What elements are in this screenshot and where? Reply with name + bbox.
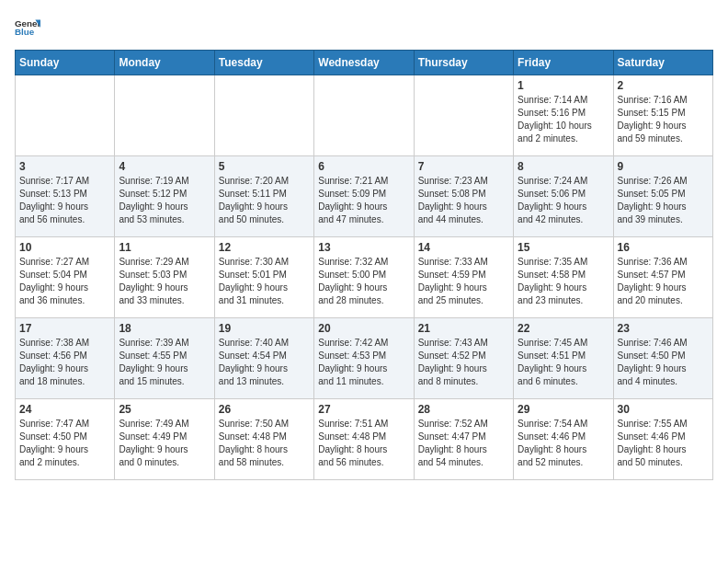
- calendar-cell-3-6: 23Sunrise: 7:46 AM Sunset: 4:50 PM Dayli…: [613, 318, 712, 399]
- day-number: 9: [618, 160, 709, 173]
- day-info: Sunrise: 7:50 AM Sunset: 4:48 PM Dayligh…: [219, 418, 310, 469]
- header-sunday: Sunday: [16, 51, 115, 75]
- day-number: 13: [318, 241, 409, 254]
- day-info: Sunrise: 7:30 AM Sunset: 5:01 PM Dayligh…: [219, 256, 310, 307]
- calendar-cell-2-0: 10Sunrise: 7:27 AM Sunset: 5:04 PM Dayli…: [16, 237, 115, 318]
- header-friday: Friday: [514, 51, 613, 75]
- day-info: Sunrise: 7:42 AM Sunset: 4:53 PM Dayligh…: [318, 337, 409, 388]
- calendar-cell-4-4: 28Sunrise: 7:52 AM Sunset: 4:47 PM Dayli…: [414, 399, 513, 480]
- calendar-cell-1-1: 4Sunrise: 7:19 AM Sunset: 5:12 PM Daylig…: [115, 156, 214, 237]
- calendar-cell-3-3: 20Sunrise: 7:42 AM Sunset: 4:53 PM Dayli…: [314, 318, 414, 399]
- calendar-cell-1-3: 6Sunrise: 7:21 AM Sunset: 5:09 PM Daylig…: [314, 156, 414, 237]
- day-number: 14: [418, 241, 509, 254]
- day-number: 24: [19, 403, 110, 416]
- day-info: Sunrise: 7:29 AM Sunset: 5:03 PM Dayligh…: [119, 256, 210, 307]
- day-info: Sunrise: 7:33 AM Sunset: 4:59 PM Dayligh…: [418, 256, 509, 307]
- day-info: Sunrise: 7:52 AM Sunset: 4:47 PM Dayligh…: [418, 418, 509, 469]
- day-number: 8: [518, 160, 609, 173]
- day-info: Sunrise: 7:51 AM Sunset: 4:48 PM Dayligh…: [318, 418, 409, 469]
- calendar-cell-3-0: 17Sunrise: 7:38 AM Sunset: 4:56 PM Dayli…: [16, 318, 115, 399]
- calendar-header-row: SundayMondayTuesdayWednesdayThursdayFrid…: [16, 51, 713, 75]
- calendar-cell-0-3: [314, 75, 414, 156]
- header-tuesday: Tuesday: [214, 51, 313, 75]
- calendar-cell-2-6: 16Sunrise: 7:36 AM Sunset: 4:57 PM Dayli…: [613, 237, 712, 318]
- header-saturday: Saturday: [613, 51, 712, 75]
- calendar-cell-4-2: 26Sunrise: 7:50 AM Sunset: 4:48 PM Dayli…: [214, 399, 313, 480]
- day-number: 29: [518, 403, 609, 416]
- header-monday: Monday: [115, 51, 214, 75]
- day-info: Sunrise: 7:32 AM Sunset: 5:00 PM Dayligh…: [318, 256, 409, 307]
- day-number: 21: [418, 322, 509, 335]
- calendar-cell-1-2: 5Sunrise: 7:20 AM Sunset: 5:11 PM Daylig…: [214, 156, 313, 237]
- week-row-5: 24Sunrise: 7:47 AM Sunset: 4:50 PM Dayli…: [16, 399, 713, 480]
- day-number: 26: [219, 403, 310, 416]
- day-info: Sunrise: 7:55 AM Sunset: 4:46 PM Dayligh…: [618, 418, 709, 469]
- week-row-3: 10Sunrise: 7:27 AM Sunset: 5:04 PM Dayli…: [16, 237, 713, 318]
- day-info: Sunrise: 7:20 AM Sunset: 5:11 PM Dayligh…: [219, 175, 310, 226]
- calendar-cell-4-5: 29Sunrise: 7:54 AM Sunset: 4:46 PM Dayli…: [514, 399, 613, 480]
- calendar-cell-1-0: 3Sunrise: 7:17 AM Sunset: 5:13 PM Daylig…: [16, 156, 115, 237]
- page-header: General Blue: [15, 15, 713, 40]
- day-info: Sunrise: 7:23 AM Sunset: 5:08 PM Dayligh…: [418, 175, 509, 226]
- calendar-cell-0-4: [414, 75, 513, 156]
- header-thursday: Thursday: [414, 51, 513, 75]
- day-number: 7: [418, 160, 509, 173]
- day-info: Sunrise: 7:54 AM Sunset: 4:46 PM Dayligh…: [518, 418, 609, 469]
- day-info: Sunrise: 7:47 AM Sunset: 4:50 PM Dayligh…: [19, 418, 110, 469]
- day-info: Sunrise: 7:24 AM Sunset: 5:06 PM Dayligh…: [518, 175, 609, 226]
- day-number: 16: [618, 241, 709, 254]
- day-info: Sunrise: 7:26 AM Sunset: 5:05 PM Dayligh…: [618, 175, 709, 226]
- calendar-cell-3-5: 22Sunrise: 7:45 AM Sunset: 4:51 PM Dayli…: [514, 318, 613, 399]
- svg-text:Blue: Blue: [15, 27, 35, 37]
- day-number: 5: [219, 160, 310, 173]
- calendar-table: SundayMondayTuesdayWednesdayThursdayFrid…: [15, 50, 713, 480]
- day-info: Sunrise: 7:21 AM Sunset: 5:09 PM Dayligh…: [318, 175, 409, 226]
- day-info: Sunrise: 7:16 AM Sunset: 5:15 PM Dayligh…: [618, 94, 709, 145]
- calendar-cell-2-5: 15Sunrise: 7:35 AM Sunset: 4:58 PM Dayli…: [514, 237, 613, 318]
- week-row-4: 17Sunrise: 7:38 AM Sunset: 4:56 PM Dayli…: [16, 318, 713, 399]
- day-number: 11: [119, 241, 210, 254]
- day-number: 28: [418, 403, 509, 416]
- day-number: 6: [318, 160, 409, 173]
- day-info: Sunrise: 7:14 AM Sunset: 5:16 PM Dayligh…: [518, 94, 609, 145]
- week-row-1: 1Sunrise: 7:14 AM Sunset: 5:16 PM Daylig…: [16, 75, 713, 156]
- calendar-cell-0-0: [16, 75, 115, 156]
- day-info: Sunrise: 7:35 AM Sunset: 4:58 PM Dayligh…: [518, 256, 609, 307]
- day-info: Sunrise: 7:40 AM Sunset: 4:54 PM Dayligh…: [219, 337, 310, 388]
- day-info: Sunrise: 7:49 AM Sunset: 4:49 PM Dayligh…: [119, 418, 210, 469]
- header-wednesday: Wednesday: [314, 51, 414, 75]
- calendar-cell-1-6: 9Sunrise: 7:26 AM Sunset: 5:05 PM Daylig…: [613, 156, 712, 237]
- calendar-cell-3-2: 19Sunrise: 7:40 AM Sunset: 4:54 PM Dayli…: [214, 318, 313, 399]
- day-number: 20: [318, 322, 409, 335]
- calendar-cell-0-6: 2Sunrise: 7:16 AM Sunset: 5:15 PM Daylig…: [613, 75, 712, 156]
- day-number: 17: [19, 322, 110, 335]
- day-number: 15: [518, 241, 609, 254]
- day-info: Sunrise: 7:17 AM Sunset: 5:13 PM Dayligh…: [19, 175, 110, 226]
- day-number: 4: [119, 160, 210, 173]
- day-info: Sunrise: 7:46 AM Sunset: 4:50 PM Dayligh…: [618, 337, 709, 388]
- day-number: 25: [119, 403, 210, 416]
- day-number: 3: [19, 160, 110, 173]
- day-number: 23: [618, 322, 709, 335]
- calendar-cell-2-2: 12Sunrise: 7:30 AM Sunset: 5:01 PM Dayli…: [214, 237, 313, 318]
- day-info: Sunrise: 7:36 AM Sunset: 4:57 PM Dayligh…: [618, 256, 709, 307]
- logo-icon: General Blue: [15, 15, 40, 40]
- calendar-cell-0-5: 1Sunrise: 7:14 AM Sunset: 5:16 PM Daylig…: [514, 75, 613, 156]
- day-info: Sunrise: 7:19 AM Sunset: 5:12 PM Dayligh…: [119, 175, 210, 226]
- calendar-cell-2-4: 14Sunrise: 7:33 AM Sunset: 4:59 PM Dayli…: [414, 237, 513, 318]
- day-number: 19: [219, 322, 310, 335]
- day-number: 12: [219, 241, 310, 254]
- day-info: Sunrise: 7:38 AM Sunset: 4:56 PM Dayligh…: [19, 337, 110, 388]
- day-number: 10: [19, 241, 110, 254]
- week-row-2: 3Sunrise: 7:17 AM Sunset: 5:13 PM Daylig…: [16, 156, 713, 237]
- day-info: Sunrise: 7:43 AM Sunset: 4:52 PM Dayligh…: [418, 337, 509, 388]
- calendar-cell-4-1: 25Sunrise: 7:49 AM Sunset: 4:49 PM Dayli…: [115, 399, 214, 480]
- day-info: Sunrise: 7:45 AM Sunset: 4:51 PM Dayligh…: [518, 337, 609, 388]
- day-number: 27: [318, 403, 409, 416]
- calendar-cell-0-2: [214, 75, 313, 156]
- day-number: 30: [618, 403, 709, 416]
- calendar-cell-1-4: 7Sunrise: 7:23 AM Sunset: 5:08 PM Daylig…: [414, 156, 513, 237]
- calendar-cell-4-6: 30Sunrise: 7:55 AM Sunset: 4:46 PM Dayli…: [613, 399, 712, 480]
- calendar-cell-3-1: 18Sunrise: 7:39 AM Sunset: 4:55 PM Dayli…: [115, 318, 214, 399]
- day-number: 2: [618, 79, 709, 92]
